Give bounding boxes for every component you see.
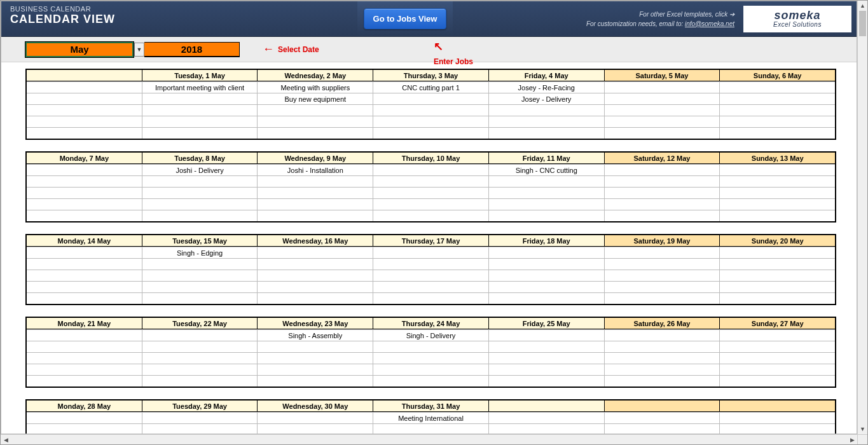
day-cell[interactable] xyxy=(27,281,142,292)
day-cell[interactable] xyxy=(257,127,373,139)
day-cell[interactable] xyxy=(604,258,720,270)
day-cell[interactable] xyxy=(142,187,258,198)
day-cell[interactable] xyxy=(142,258,258,270)
vertical-scrollbar[interactable]: ▲ ▼ xyxy=(857,1,867,434)
day-cell[interactable] xyxy=(27,247,142,258)
day-cell[interactable] xyxy=(604,127,720,139)
day-cell[interactable] xyxy=(719,281,835,292)
day-cell[interactable]: Important meeting with client xyxy=(142,81,258,93)
day-cell[interactable] xyxy=(488,270,604,281)
day-cell[interactable] xyxy=(27,81,142,93)
day-cell[interactable] xyxy=(604,281,720,292)
day-cell[interactable] xyxy=(27,104,142,116)
day-cell[interactable] xyxy=(27,198,142,210)
day-cell[interactable] xyxy=(604,247,720,258)
day-cell[interactable]: Singh - CNC cutting xyxy=(488,164,604,175)
day-cell[interactable] xyxy=(604,423,720,434)
day-cell[interactable] xyxy=(719,341,835,352)
day-cell[interactable] xyxy=(257,364,373,375)
day-cell[interactable] xyxy=(604,375,720,387)
day-cell[interactable] xyxy=(604,329,720,341)
day-cell[interactable] xyxy=(257,281,373,292)
month-dropdown-handle[interactable]: ▼ xyxy=(134,43,144,57)
day-cell[interactable] xyxy=(488,210,604,221)
day-cell[interactable] xyxy=(257,292,373,304)
day-cell[interactable] xyxy=(257,341,373,352)
day-cell[interactable] xyxy=(488,127,604,139)
scroll-left-icon[interactable]: ◀ xyxy=(1,435,11,444)
day-cell[interactable] xyxy=(373,352,488,364)
day-cell[interactable] xyxy=(488,292,604,304)
day-cell[interactable] xyxy=(373,292,488,304)
day-cell[interactable] xyxy=(257,423,373,434)
day-cell[interactable]: Buy new equipment xyxy=(257,93,373,104)
hint-line-1-link[interactable]: click ➔ xyxy=(715,11,734,18)
day-cell[interactable] xyxy=(719,104,835,116)
day-cell[interactable] xyxy=(604,104,720,116)
day-cell[interactable] xyxy=(604,210,720,221)
day-cell[interactable] xyxy=(27,364,142,375)
day-cell[interactable] xyxy=(257,198,373,210)
day-cell[interactable] xyxy=(719,375,835,387)
day-cell[interactable] xyxy=(719,175,835,187)
day-cell[interactable] xyxy=(604,187,720,198)
go-to-jobs-button[interactable]: Go to Jobs View xyxy=(364,8,447,29)
day-cell[interactable] xyxy=(604,93,720,104)
day-cell[interactable] xyxy=(488,375,604,387)
day-cell[interactable] xyxy=(719,116,835,127)
day-cell[interactable] xyxy=(257,104,373,116)
day-cell[interactable] xyxy=(373,247,488,258)
horizontal-scrollbar[interactable]: ◀ ▶ xyxy=(1,434,857,444)
hint-email-link[interactable]: info@someka.net xyxy=(685,20,734,27)
day-cell[interactable] xyxy=(27,375,142,387)
day-cell[interactable] xyxy=(142,270,258,281)
day-cell[interactable] xyxy=(719,329,835,341)
day-cell[interactable] xyxy=(27,412,142,423)
day-cell[interactable] xyxy=(27,175,142,187)
day-cell[interactable] xyxy=(719,364,835,375)
day-cell[interactable] xyxy=(719,81,835,93)
day-cell[interactable] xyxy=(604,292,720,304)
day-cell[interactable] xyxy=(488,281,604,292)
day-cell[interactable] xyxy=(142,423,258,434)
day-cell[interactable] xyxy=(27,187,142,198)
scroll-thumb-vertical[interactable] xyxy=(859,11,866,36)
day-cell[interactable]: Singh - Assembly xyxy=(257,329,373,341)
day-cell[interactable] xyxy=(488,258,604,270)
day-cell[interactable] xyxy=(257,352,373,364)
day-cell[interactable] xyxy=(488,412,604,423)
day-cell[interactable] xyxy=(142,292,258,304)
day-cell[interactable] xyxy=(27,341,142,352)
day-cell[interactable] xyxy=(604,198,720,210)
day-cell[interactable] xyxy=(373,104,488,116)
day-cell[interactable] xyxy=(373,93,488,104)
day-cell[interactable] xyxy=(142,104,258,116)
day-cell[interactable] xyxy=(604,164,720,175)
day-cell[interactable]: Singh - Delivery xyxy=(373,329,488,341)
day-cell[interactable] xyxy=(27,127,142,139)
day-cell[interactable] xyxy=(604,364,720,375)
day-cell[interactable]: Josey - Delivery xyxy=(488,93,604,104)
day-cell[interactable] xyxy=(373,187,488,198)
day-cell[interactable] xyxy=(488,175,604,187)
day-cell[interactable] xyxy=(604,341,720,352)
day-cell[interactable] xyxy=(27,292,142,304)
day-cell[interactable] xyxy=(142,210,258,221)
day-cell[interactable] xyxy=(257,270,373,281)
day-cell[interactable] xyxy=(488,352,604,364)
day-cell[interactable] xyxy=(488,341,604,352)
day-cell[interactable] xyxy=(604,116,720,127)
day-cell[interactable] xyxy=(488,198,604,210)
day-cell[interactable] xyxy=(27,423,142,434)
day-cell[interactable] xyxy=(604,175,720,187)
day-cell[interactable] xyxy=(142,352,258,364)
day-cell[interactable] xyxy=(27,116,142,127)
day-cell[interactable] xyxy=(373,210,488,221)
day-cell[interactable] xyxy=(719,292,835,304)
day-cell[interactable] xyxy=(142,375,258,387)
scroll-down-icon[interactable]: ▼ xyxy=(858,424,867,434)
day-cell[interactable] xyxy=(373,364,488,375)
day-cell[interactable] xyxy=(373,375,488,387)
day-cell[interactable] xyxy=(373,164,488,175)
day-cell[interactable] xyxy=(257,258,373,270)
